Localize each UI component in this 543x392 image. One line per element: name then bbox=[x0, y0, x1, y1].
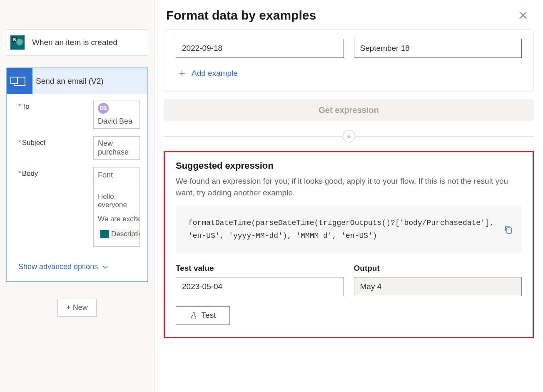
suggested-expression-section: Suggested expression We found an express… bbox=[164, 151, 534, 338]
subject-label: *Subject bbox=[18, 136, 93, 147]
chevron-down-icon bbox=[102, 264, 109, 270]
copy-icon[interactable] bbox=[503, 225, 513, 235]
arrow-down-icon[interactable] bbox=[343, 130, 355, 142]
body-line: Hello, everyone bbox=[98, 192, 140, 209]
examples-card: Add example bbox=[164, 29, 534, 92]
flow-canvas: When an item is created Send an email (V… bbox=[0, 0, 154, 392]
trigger-card[interactable]: When an item is created bbox=[6, 29, 148, 56]
body-line: We are excited bbox=[98, 215, 140, 223]
example-input[interactable] bbox=[176, 39, 344, 58]
section-divider bbox=[164, 127, 534, 146]
to-field[interactable]: DB David Bea bbox=[93, 100, 140, 129]
show-advanced-options[interactable]: Show advanced options bbox=[7, 257, 147, 281]
dynamic-content-token[interactable]: Descriptio bbox=[98, 229, 140, 239]
sharepoint-icon bbox=[6, 30, 29, 55]
test-value-label: Test value bbox=[176, 264, 344, 273]
email-action-card[interactable]: Send an email (V2) *To DB David Bea *Sub… bbox=[6, 67, 148, 282]
expression-code: formatDateTime(parseDateTime(triggerOutp… bbox=[176, 206, 522, 253]
avatar: DB bbox=[98, 103, 109, 114]
output-value: May 4 bbox=[354, 277, 522, 296]
panel-title: Format data by examples bbox=[166, 8, 316, 22]
close-icon[interactable] bbox=[517, 10, 529, 21]
outlook-icon bbox=[7, 68, 32, 94]
test-button[interactable]: Test bbox=[176, 306, 230, 325]
test-value-input[interactable] bbox=[176, 277, 344, 296]
body-field[interactable]: Font Hello, everyone We are excited Desc… bbox=[93, 167, 140, 247]
svg-rect-5 bbox=[507, 228, 511, 233]
plus-icon bbox=[177, 69, 187, 78]
get-expression-button[interactable]: Get expression bbox=[164, 99, 534, 121]
new-step-button[interactable]: + New bbox=[57, 299, 97, 317]
recipient-name: David Bea bbox=[98, 117, 132, 126]
body-label: *Body bbox=[18, 167, 93, 178]
suggestion-description: We found an expression for you; if it lo… bbox=[176, 175, 522, 198]
trigger-title: When an item is created bbox=[29, 38, 117, 47]
font-dropdown[interactable]: Font bbox=[94, 167, 140, 183]
format-data-panel: Format data by examples Add example Get … bbox=[154, 0, 543, 392]
example-output[interactable] bbox=[354, 39, 522, 58]
flask-icon bbox=[190, 312, 197, 319]
email-action-title: Send an email (V2) bbox=[32, 77, 104, 86]
suggestion-title: Suggested expression bbox=[176, 160, 522, 171]
add-example-button[interactable]: Add example bbox=[176, 66, 239, 80]
subject-field[interactable]: New purchase bbox=[93, 136, 140, 160]
to-label: *To bbox=[18, 100, 93, 111]
output-label: Output bbox=[354, 264, 522, 273]
sharepoint-icon bbox=[100, 230, 109, 238]
